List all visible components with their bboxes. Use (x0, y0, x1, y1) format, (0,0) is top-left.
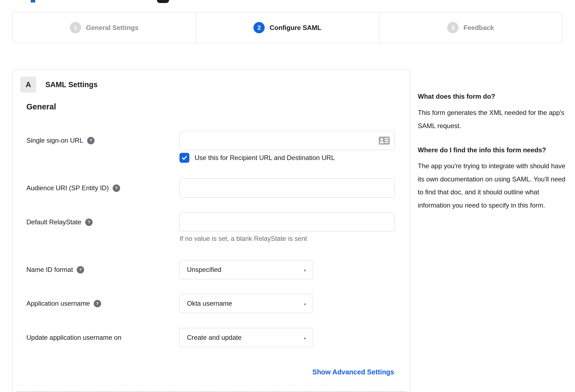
application-username-label: Application username ? (26, 294, 101, 313)
help-icon[interactable]: ? (94, 300, 101, 307)
step-general-settings[interactable]: 1 General Settings (13, 12, 196, 43)
help-icon[interactable]: ? (87, 137, 95, 144)
update-username-select[interactable]: Create and update ▾ (179, 328, 313, 347)
step-number-badge: 2 (253, 22, 265, 33)
general-section-title: General (26, 102, 56, 111)
cropped-tab-artifact (31, 0, 35, 2)
relaystate-label: Default RelayState ? (26, 212, 93, 232)
help-icon[interactable]: ? (113, 184, 120, 192)
step-number-badge: 3 (447, 22, 458, 33)
saml-settings-panel: A SAML Settings General Single sign-on U… (12, 70, 410, 392)
update-username-label: Update application username on (26, 328, 121, 347)
audience-uri-label: Audience URI (SP Entity ID) ? (26, 178, 120, 198)
chevron-down-icon: ▾ (304, 336, 306, 341)
panel-title: SAML Settings (45, 77, 98, 93)
relaystate-field-wrap (179, 212, 395, 232)
audience-uri-field-wrap (179, 178, 395, 198)
chevron-down-icon: ▾ (304, 268, 306, 273)
help-icon[interactable]: ? (77, 266, 84, 274)
nameid-format-select[interactable]: Unspecified ▾ (179, 260, 313, 279)
sso-url-label: Single sign-on URL ? (26, 131, 95, 150)
step-label: Configure SAML (270, 24, 321, 32)
contact-card-icon[interactable] (379, 137, 390, 145)
sidebar-para-what: This form generates the XML needed for t… (418, 106, 568, 132)
help-icon[interactable]: ? (85, 219, 93, 226)
show-advanced-settings-link[interactable]: Show Advanced Settings (312, 368, 394, 376)
checkmark-icon (181, 155, 187, 161)
sidebar-heading-what: What does this form do? (418, 90, 568, 103)
step-label: Feedback (463, 24, 494, 32)
use-this-checkbox-label[interactable]: Use this for Recipient URL and Destinati… (195, 153, 335, 163)
sso-url-field-wrap (179, 131, 395, 150)
sidebar-heading-where: Where do I find the info this form needs… (418, 144, 568, 156)
relaystate-helper-text: If no value is set, a blank RelayState i… (179, 235, 307, 242)
sidebar-para-where: The app you're trying to integrate with … (418, 159, 568, 212)
relaystate-input[interactable] (179, 212, 395, 232)
selected-value: Unspecified (187, 266, 221, 274)
application-username-select[interactable]: Okta username ▾ (179, 294, 313, 313)
nameid-format-label: Name ID format ? (26, 260, 84, 279)
audience-uri-input[interactable] (179, 178, 395, 198)
chevron-down-icon: ▾ (304, 302, 306, 307)
step-number-badge: 1 (70, 22, 81, 33)
wizard-stepper: 1 General Settings 2 Configure SAML 3 Fe… (12, 12, 562, 43)
selected-value: Okta username (187, 300, 232, 307)
step-feedback[interactable]: 3 Feedback (379, 12, 562, 43)
section-a-badge: A (20, 77, 36, 93)
cropped-header-artifact (157, 0, 169, 3)
step-configure-saml[interactable]: 2 Configure SAML (196, 12, 379, 43)
sso-url-input[interactable] (179, 131, 395, 150)
selected-value: Create and update (187, 334, 242, 341)
help-sidebar: What does this form do? This form genera… (418, 90, 568, 212)
use-this-checkbox[interactable] (179, 153, 189, 163)
step-label: General Settings (86, 24, 139, 32)
